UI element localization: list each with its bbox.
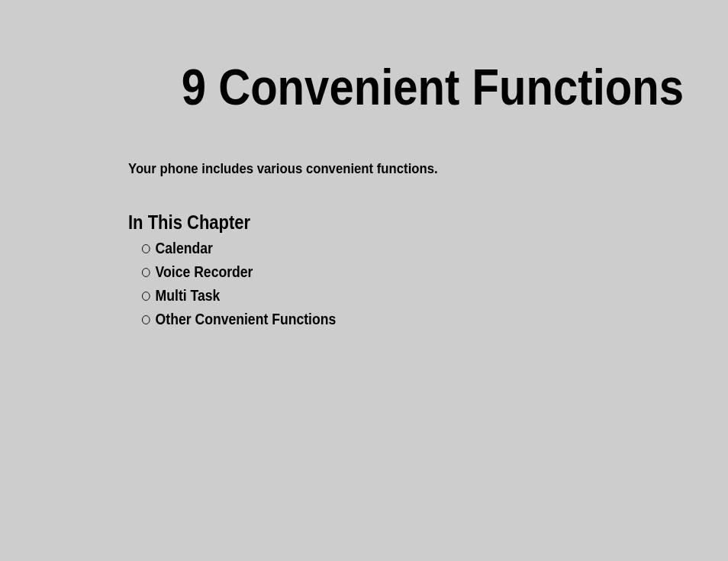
bullet-icon bbox=[142, 315, 150, 324]
list-item-label: Voice Recorder bbox=[156, 260, 253, 284]
chapter-item-list: Calendar Voice Recorder Multi Task Other… bbox=[142, 237, 362, 331]
bullet-icon bbox=[142, 268, 150, 277]
list-item-label: Other Convenient Functions bbox=[156, 308, 337, 331]
list-item: Other Convenient Functions bbox=[142, 308, 336, 331]
bullet-icon bbox=[142, 244, 150, 253]
list-item: Calendar bbox=[142, 237, 336, 260]
list-item-label: Calendar bbox=[156, 237, 213, 260]
chapter-title: 9 Convenient Functions bbox=[182, 58, 684, 116]
list-item: Voice Recorder bbox=[142, 260, 336, 284]
section-heading: In This Chapter bbox=[128, 211, 250, 234]
bullet-icon bbox=[142, 292, 150, 301]
list-item-label: Multi Task bbox=[156, 284, 221, 308]
list-item: Multi Task bbox=[142, 284, 336, 308]
document-page: 9 Convenient Functions Your phone includ… bbox=[0, 0, 728, 561]
chapter-intro: Your phone includes various convenient f… bbox=[128, 160, 438, 177]
